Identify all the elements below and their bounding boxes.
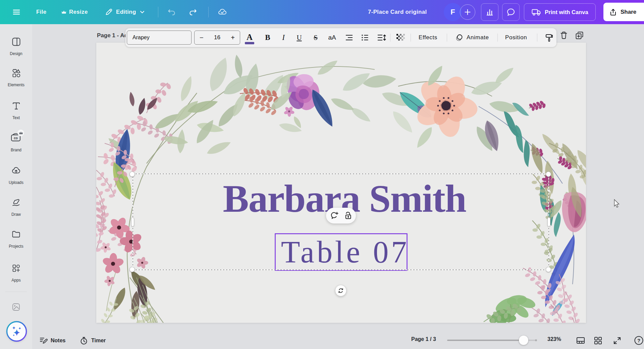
- svg-text:Table 07: Table 07: [281, 235, 409, 269]
- svg-text:co: co: [14, 136, 18, 140]
- svg-text:?: ?: [637, 338, 640, 343]
